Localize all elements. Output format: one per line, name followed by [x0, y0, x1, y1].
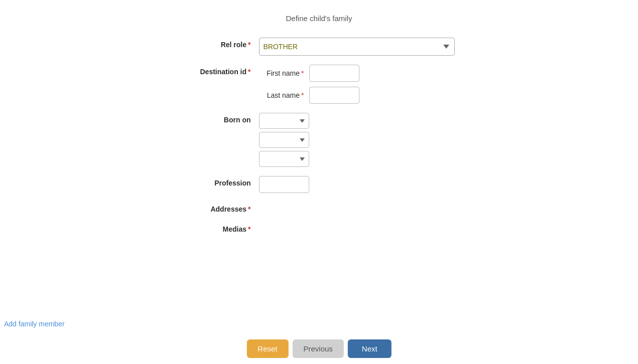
next-button[interactable]: Next: [348, 339, 392, 358]
addresses-label: Addresses*: [179, 202, 259, 213]
addresses-required: *: [248, 205, 250, 213]
profession-label: Profession: [179, 176, 259, 187]
destination-id-label: Destination id*: [179, 65, 259, 76]
destination-id-required: *: [248, 68, 250, 76]
page-title: Define child's family: [0, 14, 638, 23]
rel-role-required: *: [248, 41, 250, 49]
destination-section: First name* Last name*: [259, 65, 359, 104]
born-on-selects: [259, 113, 309, 167]
profession-field: [259, 176, 460, 193]
last-name-row: Last name*: [259, 87, 359, 104]
first-name-input[interactable]: [309, 65, 359, 82]
first-name-label: First name*: [259, 69, 304, 77]
rel-role-select[interactable]: BROTHER SISTER FATHER MOTHER SON DAUGHTE…: [259, 38, 455, 56]
first-name-required: *: [301, 69, 304, 77]
medias-label: Medias*: [179, 222, 259, 233]
born-on-month-select[interactable]: [259, 113, 309, 129]
reset-button[interactable]: Reset: [246, 339, 288, 358]
first-name-row: First name*: [259, 65, 359, 82]
last-name-input[interactable]: [309, 87, 359, 104]
rel-role-field: BROTHER SISTER FATHER MOTHER SON DAUGHTE…: [259, 38, 460, 56]
profession-input[interactable]: [259, 176, 309, 193]
born-on-year-select[interactable]: [259, 151, 309, 167]
add-family-member-link[interactable]: Add family member: [0, 318, 69, 330]
born-on-label: Born on: [179, 113, 259, 124]
last-name-label: Last name*: [259, 91, 304, 99]
rel-role-label: Rel role*: [179, 38, 259, 49]
last-name-required: *: [301, 91, 304, 99]
bottom-buttons: Reset Previous Next: [246, 339, 391, 358]
born-on-day-select[interactable]: [259, 132, 309, 148]
previous-button[interactable]: Previous: [292, 339, 343, 358]
medias-required: *: [248, 225, 250, 233]
